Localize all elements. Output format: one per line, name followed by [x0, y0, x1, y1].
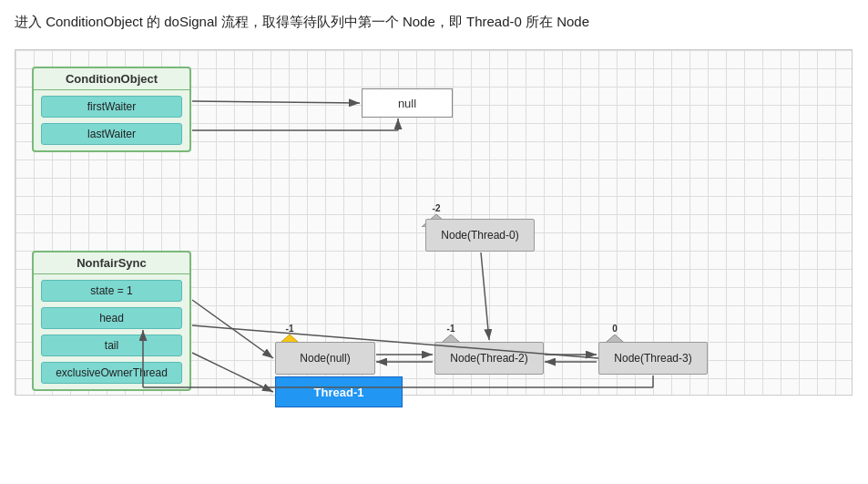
first-waiter-field: firstWaiter: [41, 96, 182, 118]
exclusive-owner-field: exclusiveOwnerThread: [41, 362, 182, 384]
node-thread2-label: Node(Thread-2): [450, 352, 527, 365]
thread1-box: Thread-1: [275, 376, 403, 407]
node-thread3-label: Node(Thread-3): [614, 352, 691, 365]
badge-thread0-label: -2: [433, 203, 441, 213]
node-thread0-box: Node(Thread-0): [425, 219, 535, 252]
node-null-label: Node(null): [300, 352, 350, 365]
condition-object-box: ConditionObject firstWaiter lastWaiter: [32, 67, 191, 152]
node-null-box: Node(null): [275, 342, 375, 375]
node-thread0-label: Node(Thread-0): [441, 229, 518, 242]
badge-thread3-label: 0: [612, 324, 618, 334]
null-box: null: [362, 88, 453, 118]
last-waiter-field: lastWaiter: [41, 123, 182, 145]
firstwaiter-arrow: [192, 101, 360, 103]
nonfair-sync-title: NonfairSync: [34, 252, 189, 274]
node-thread3-box: Node(Thread-3): [598, 342, 708, 375]
state-field: state = 1: [41, 280, 182, 302]
node-thread2-box: Node(Thread-2): [434, 342, 544, 375]
tail-field: tail: [41, 335, 182, 356]
nonfair-sync-box: NonfairSync state = 1 head tail exclusiv…: [32, 251, 191, 391]
thread1-label: Thread-1: [314, 386, 364, 399]
badge-null-label: -1: [286, 324, 294, 334]
head-field: head: [41, 307, 182, 329]
owner-thread-arrow: [192, 353, 273, 392]
diagram-area: ConditionObject firstWaiter lastWaiter N…: [15, 49, 853, 396]
page-container: 进入 ConditionObject 的 doSignal 流程，取得等待队列中…: [0, 0, 868, 407]
condition-object-title: ConditionObject: [34, 68, 189, 90]
thread0-to-thread2-arrow: [481, 252, 489, 340]
badge-thread2-label: -1: [447, 324, 455, 334]
null-label: null: [398, 97, 416, 110]
head-arrow: [192, 300, 273, 358]
description-text: 进入 ConditionObject 的 doSignal 流程，取得等待队列中…: [15, 11, 853, 33]
